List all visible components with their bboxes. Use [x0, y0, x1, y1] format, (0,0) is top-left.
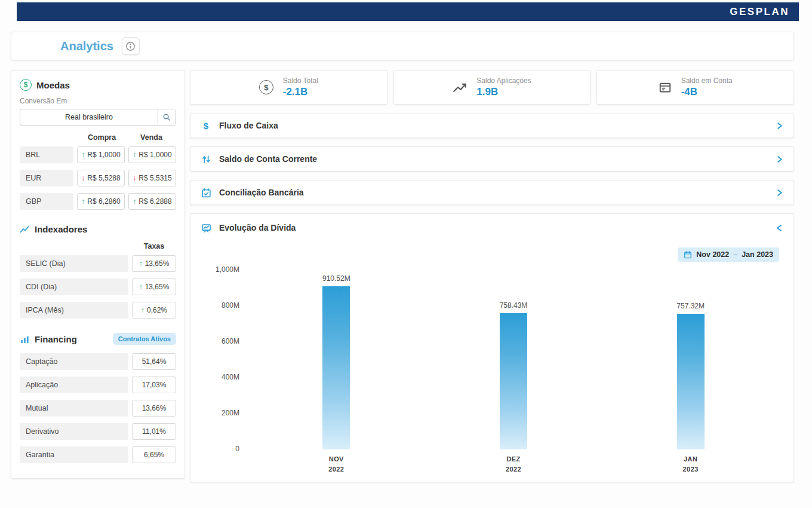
x-tick: JAN 2023 [677, 454, 705, 475]
panel-title: Evolução da Dívida [219, 223, 296, 232]
trend-down-icon: ↓ [81, 174, 85, 182]
summary-value: 1.9B [476, 86, 531, 98]
bar-group-nov-2022: 910.52M [315, 274, 357, 449]
moedas-section-header: $ Moedas [20, 79, 176, 91]
trend-down-icon: ↓ [133, 174, 136, 182]
currency-search-input[interactable] [20, 109, 158, 125]
bar-value-label: 910.52M [322, 274, 350, 283]
contratos-ativos-badge[interactable]: Contratos Ativos [113, 333, 176, 345]
currency-row-gbp: GBP ↑ R$ 6,2860 ↑ R$ 6,2888 [20, 193, 176, 210]
trend-up-icon: ↑ [81, 197, 85, 206]
bar-jan-2023 [677, 314, 705, 449]
trend-up-icon: ↑ [133, 151, 136, 159]
financing-value-cell: 13,66% [132, 400, 176, 417]
y-tick: 400M [222, 373, 239, 381]
currency-sell-cell: ↑ R$ 1,0000 [128, 146, 176, 163]
sell-value: R$ 1,0000 [139, 151, 171, 159]
bar-nov-2022 [322, 286, 350, 449]
currency-buy-cell: ↑ R$ 1,0000 [77, 146, 125, 163]
accordion-fluxo-de-caixa[interactable]: $ Fluxo de Caixa [190, 113, 794, 138]
indexadores-section-header: Indexadores [20, 224, 176, 234]
bar-group-jan-2023: 757.32M [670, 302, 712, 449]
financing-label: Mutual [20, 400, 128, 417]
column-venda: Venda [127, 133, 176, 142]
debt-bar-chart: 1,000M 800M 600M 400M 200M 0 910.52M [205, 270, 779, 475]
bar-value-label: 757.32M [676, 302, 705, 310]
financing-row-aplicacao: Aplicação 17,03% [20, 377, 176, 393]
index-rate-cell: ↑ 0,62% [132, 302, 176, 319]
summary-value: -2.1B [283, 86, 318, 98]
accordion-saldo-conta-corrente[interactable]: Saldo de Conta Corrente [190, 146, 794, 172]
info-icon [125, 41, 136, 51]
search-icon [162, 113, 171, 122]
financing-label: Aplicação [20, 377, 128, 393]
index-rate-cell: ↑ 13,65% [132, 279, 176, 295]
buy-value: R$ 6,2860 [87, 197, 120, 206]
currency-sell-cell: ↓ R$ 5,5315 [128, 170, 176, 186]
bars-area: 910.52M 758.43M 757.32M [248, 270, 779, 449]
line-chart-icon [20, 224, 30, 234]
chevron-right-icon[interactable] [775, 121, 784, 130]
index-row-cdi: CDI (Dia) ↑ 13,65% [20, 279, 176, 295]
financing-row-derivativo: Derivativo 11,01% [20, 423, 176, 440]
chart-board-icon [200, 223, 212, 233]
search-button[interactable] [158, 109, 176, 125]
buy-value: R$ 5,5288 [87, 174, 120, 182]
index-row-selic: SELIC (Dia) ↑ 13,65% [20, 255, 176, 272]
sell-value: R$ 6,2888 [139, 197, 171, 206]
y-tick: 1,000M [216, 265, 239, 274]
financing-label: Garantia [20, 446, 128, 463]
bar-group-dez-2022: 758.43M [493, 301, 534, 449]
index-label: CDI (Dia) [20, 279, 128, 295]
currency-buy-cell: ↑ R$ 6,2860 [77, 193, 125, 210]
indexadores-title: Indexadores [35, 224, 87, 234]
index-label: IPCA (Mês) [20, 302, 128, 319]
accordion-label: Fluxo de Caixa [219, 121, 278, 130]
accordion-evolucao-da-divida[interactable]: Evolução da Dívida [190, 214, 793, 241]
summary-label: Saldo em Conta [681, 76, 733, 85]
cash-flow-icon: $ [200, 121, 212, 131]
financing-row-captacao: Captação 51,64% [20, 353, 176, 370]
date-range-chip[interactable]: Nov 2022 – Jan 2023 [678, 247, 779, 262]
y-tick: 0 [235, 445, 239, 453]
trend-up-icon: ↑ [81, 151, 85, 159]
date-range-start: Nov 2022 [696, 250, 729, 259]
chevron-left-icon[interactable] [775, 224, 784, 232]
currency-columns-header: Compra Venda [20, 133, 176, 142]
rate-value: 0,62% [147, 306, 167, 314]
column-compra: Compra [77, 133, 127, 142]
x-tick: NOV 2022 [322, 454, 350, 475]
summary-cards-row: $ Saldo Total -2.1B Saldo Aplicações 1.9… [190, 70, 794, 105]
index-rate-cell: ↑ 13,65% [132, 255, 176, 272]
financing-value: 51,64% [142, 357, 167, 366]
accordion-conciliacao-bancaria[interactable]: Conciliação Bancária [190, 180, 794, 205]
financing-value-cell: 51,64% [132, 353, 176, 370]
transfer-arrows-icon [200, 154, 212, 164]
info-button[interactable] [122, 37, 140, 55]
chevron-right-icon[interactable] [775, 188, 784, 197]
currency-sell-cell: ↑ R$ 6,2888 [128, 193, 176, 210]
rate-value: 13,65% [145, 283, 170, 291]
currency-code: BRL [20, 146, 73, 163]
chevron-right-icon[interactable] [775, 155, 784, 164]
page-root: Analytics $ Moedas Conversão Em [0, 21, 812, 482]
index-label: SELIC (Dia) [20, 255, 128, 272]
currency-buy-cell: ↓ R$ 5,5288 [77, 170, 125, 186]
summary-label: Saldo Aplicações [476, 76, 531, 85]
content-area: $ Moedas Conversão Em Compra Venda BRL [11, 70, 794, 482]
page-title: Analytics [60, 39, 113, 53]
financing-label: Derivativo [20, 423, 128, 440]
currency-code: EUR [20, 170, 73, 186]
financing-value: 13,66% [142, 404, 167, 412]
rate-value: 13,65% [145, 259, 170, 268]
bar-dez-2022 [500, 313, 527, 449]
debt-evolution-panel: Evolução da Dívida Nov 2022 – Jan [190, 213, 794, 482]
dollar-coin-icon: $ [20, 79, 32, 91]
financing-row-mutual: Mutual 13,66% [20, 400, 176, 417]
index-row-ipca: IPCA (Mês) ↑ 0,62% [20, 302, 176, 319]
summary-label: Saldo Total [283, 76, 318, 85]
trending-up-icon [453, 80, 467, 94]
conversion-label: Conversão Em [20, 97, 176, 105]
page-title-bar: Analytics [11, 32, 794, 60]
date-range-end: Jan 2023 [742, 250, 773, 259]
